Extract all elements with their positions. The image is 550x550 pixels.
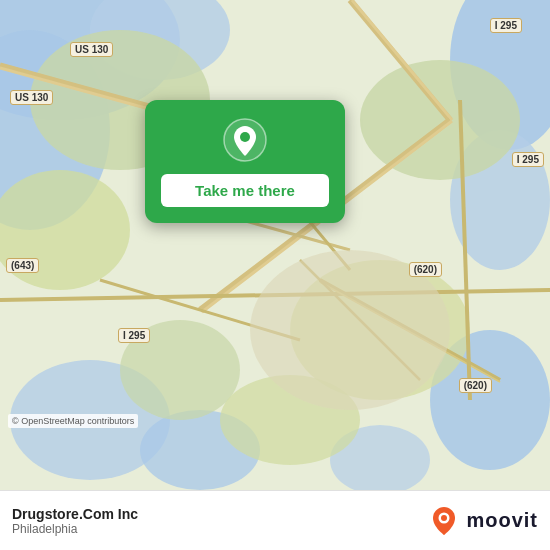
map-view[interactable]: US 130 US 130 I 295 I 295 I 295 (620) (6…: [0, 0, 550, 490]
bottom-bar: Drugstore.Com Inc Philadelphia moovit: [0, 490, 550, 550]
svg-point-32: [240, 132, 250, 142]
road-label-us130-left: US 130: [10, 90, 53, 105]
road-label-cr620-mid: (620): [409, 262, 442, 277]
road-label-cr620-bottom: (620): [459, 378, 492, 393]
road-label-cr643: (643): [6, 258, 39, 273]
map-attribution: © OpenStreetMap contributors: [8, 414, 138, 428]
moovit-logo: moovit: [428, 505, 538, 537]
road-label-i295-right: I 295: [512, 152, 544, 167]
location-pin-icon: [223, 118, 267, 162]
moovit-text: moovit: [466, 509, 538, 532]
road-label-us130-top: US 130: [70, 42, 113, 57]
svg-point-12: [360, 60, 520, 180]
location-name: Drugstore.Com Inc: [12, 506, 138, 522]
road-label-i295-top: I 295: [490, 18, 522, 33]
svg-point-34: [441, 515, 447, 521]
take-me-there-button[interactable]: Take me there: [161, 174, 329, 207]
road-label-i295-bottom: I 295: [118, 328, 150, 343]
location-city: Philadelphia: [12, 522, 138, 536]
location-popup: Take me there: [145, 100, 345, 223]
location-info: Drugstore.Com Inc Philadelphia: [12, 506, 138, 536]
moovit-pin-icon: [428, 505, 460, 537]
